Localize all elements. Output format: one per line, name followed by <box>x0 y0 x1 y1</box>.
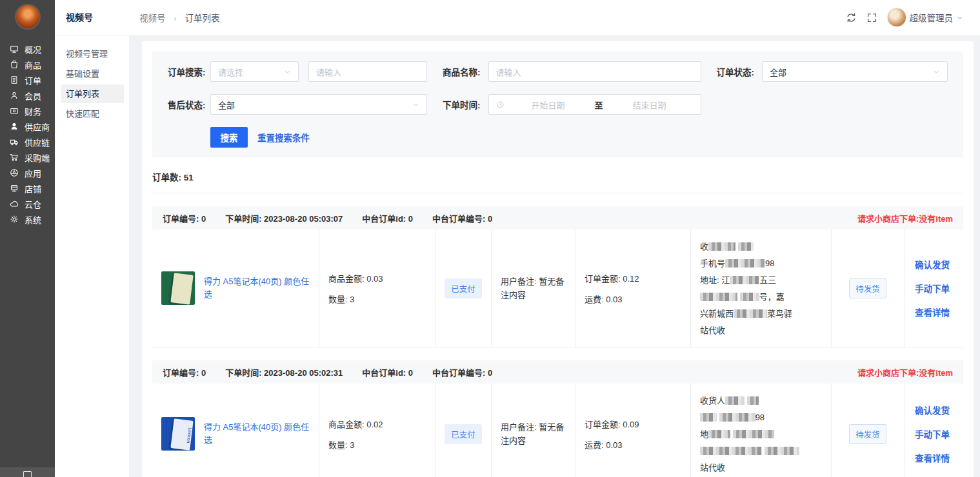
address-line: 地址: 江五三 <box>700 272 822 289</box>
order-status-select[interactable]: 全部 <box>762 61 948 82</box>
pay-status-badge: 已支付 <box>445 424 482 444</box>
user-menu[interactable]: 超级管理员 <box>887 8 964 27</box>
order-action-2[interactable]: 查看详情 <box>915 451 950 464</box>
fullscreen-icon[interactable] <box>866 12 877 23</box>
search-button[interactable]: 搜索 <box>210 127 248 148</box>
product-name-link[interactable]: 得力 A5笔记本(40页) 颜色任选 <box>204 421 310 447</box>
pay-status-badge: 已支付 <box>445 278 482 298</box>
address-text: 地址: 江 <box>700 275 730 285</box>
aftersale-status-value: 全部 <box>218 99 235 111</box>
sidebar-item-6[interactable]: 供应链 <box>0 134 55 150</box>
shop-icon <box>10 184 19 193</box>
sidebar-item-2[interactable]: 订单 <box>0 72 55 88</box>
system-icon <box>10 215 19 224</box>
submenu-sidebar: 视频号 视频号管理 基础设置 订单列表 快速匹配 <box>55 0 129 477</box>
product-name-input[interactable]: 请输入 <box>488 61 701 82</box>
goods-amount-cell: 商品金额: 0.02 数量: 3 <box>319 384 435 477</box>
sidebar-item-label: 会员 <box>25 90 41 102</box>
address-text: 地 <box>700 429 708 439</box>
order-no: 订单编号: 0 <box>163 212 206 224</box>
user-remark: 用户备注: 暂无备注内容 <box>501 420 566 448</box>
actions-cell: 确认发货手动下单查看详情 <box>905 384 963 477</box>
sidebar-item-0[interactable]: 概况 <box>0 41 55 57</box>
sidebar-item-7[interactable]: 采购端 <box>0 150 55 165</box>
app-root: 概况 商品 订单 会员 财务 供应商 供应链 采购端 应用 店铺 云仓 <box>0 0 980 477</box>
sidebar-item-label: 概况 <box>25 43 41 55</box>
freight: 运费: 0.03 <box>585 293 681 305</box>
sidebar-item-label: 店铺 <box>25 182 41 195</box>
reset-search-link[interactable]: 重置搜索条件 <box>257 131 310 144</box>
order-body: Lexicon 得力 A5笔记本(40页) 颜色任选 商品金额: 0.02 数量… <box>152 384 963 477</box>
product-name-label: 商品名称: <box>443 65 481 78</box>
order-list: 订单编号: 0 下单时间: 2023-08-20 05:03:07 中台订单id… <box>152 206 963 477</box>
address-text: 号，嘉 <box>759 292 785 302</box>
sidebar-item-label: 应用 <box>25 167 41 179</box>
order-search-type-select[interactable]: 请选择 <box>210 61 299 82</box>
address-line: 手机号98 <box>700 255 822 272</box>
mid-order-no: 中台订单编号: 0 <box>432 212 492 224</box>
sidebar-item-label: 供应链 <box>25 136 50 148</box>
address-line: 兴新城西菜鸟驿 <box>700 306 822 322</box>
finance-icon <box>10 106 19 115</box>
redacted-block <box>734 309 767 318</box>
address-text: 站代收 <box>700 326 725 335</box>
product-name-link[interactable]: 得力 A5笔记本(40页) 颜色任选 <box>204 275 310 301</box>
redacted-block <box>725 259 765 268</box>
sidebar-item-8[interactable]: 应用 <box>0 165 55 180</box>
redacted-block <box>708 242 735 251</box>
redacted-block <box>747 396 759 405</box>
order-action-0[interactable]: 确认发货 <box>915 404 950 416</box>
order-action-1[interactable]: 手动下单 <box>915 427 950 440</box>
submenu-item-1[interactable]: 基础设置 <box>61 64 124 83</box>
sidebar-item-1[interactable]: 商品 <box>0 57 55 72</box>
submenu-item-3[interactable]: 快速匹配 <box>61 104 124 123</box>
actions-cell: 确认发货手动下单查看详情 <box>905 229 963 347</box>
submenu-items: 视频号管理 基础设置 订单列表 快速匹配 <box>55 35 129 123</box>
address-text: 98 <box>765 258 774 268</box>
address-text: 收货人 <box>700 396 725 405</box>
order-action-2[interactable]: 查看详情 <box>915 306 950 318</box>
chevron-down-icon <box>956 14 963 21</box>
redacted-block <box>730 276 759 284</box>
order-error-text: 请求小商店下单:没有item <box>857 366 953 378</box>
ship-status-cell: 待发货 <box>832 384 905 477</box>
order-time-range-picker[interactable]: 开始日期 至 结束日期 <box>488 94 701 115</box>
sidebar-item-5[interactable]: 供应商 <box>0 119 55 134</box>
aftersale-status-select[interactable]: 全部 <box>210 94 427 115</box>
sidebar-item-10[interactable]: 云仓 <box>0 196 55 211</box>
sidebar-item-4[interactable]: 财务 <box>0 103 55 119</box>
sidebar-item-9[interactable]: 店铺 <box>0 180 55 196</box>
order-amount-cell: 订单金额: 0.12 运费: 0.03 <box>575 229 691 347</box>
redacted-block <box>765 447 799 455</box>
goods-amount: 商品金额: 0.02 <box>328 418 426 430</box>
sidebar-item-label: 供应商 <box>25 121 50 133</box>
sidebar-item-3[interactable]: 会员 <box>0 88 55 103</box>
breadcrumb-separator-icon: › <box>174 14 177 23</box>
product-cell: 得力 A5笔记本(40页) 颜色任选 <box>152 229 319 347</box>
collapse-sidebar-icon[interactable] <box>23 471 32 477</box>
submenu-item-2[interactable]: 订单列表 <box>61 84 124 103</box>
filter-panel: 订单搜索: 请选择 请输入 商品名称: 请输入 <box>152 52 963 157</box>
content: 订单搜索: 请选择 请输入 商品名称: 请输入 <box>129 35 980 477</box>
cloud-icon <box>10 199 19 208</box>
topbar: 视频号 › 订单列表 超级管理员 <box>129 0 980 35</box>
order-action-0[interactable]: 确认发货 <box>915 258 950 271</box>
goods-amount-cell: 商品金额: 0.03 数量: 3 <box>319 229 435 347</box>
submenu-item-0[interactable]: 视频号管理 <box>61 44 124 63</box>
app-logo <box>15 4 41 30</box>
order-action-1[interactable]: 手动下单 <box>915 282 950 295</box>
order-amount: 订单金额: 0.12 <box>585 272 681 284</box>
mid-order-no: 中台订单编号: 0 <box>432 366 492 378</box>
order-search-input[interactable]: 请输入 <box>308 61 427 82</box>
ship-status-badge: 待发货 <box>849 424 886 444</box>
sidebar-item-label: 采购端 <box>25 151 50 164</box>
order-header: 订单编号: 0 下单时间: 2023-08-20 05:02:31 中台订单id… <box>152 360 963 384</box>
freight: 运费: 0.03 <box>585 438 681 451</box>
address-text: 菜鸟驿 <box>767 309 792 318</box>
sidebar-item-11[interactable]: 系统 <box>0 211 55 227</box>
refresh-icon[interactable] <box>846 12 857 23</box>
address-line: 收货人 <box>700 393 822 409</box>
order-status-value: 全部 <box>770 66 786 78</box>
breadcrumb-root[interactable]: 视频号 <box>139 14 166 23</box>
quantity: 数量: 3 <box>328 293 426 305</box>
